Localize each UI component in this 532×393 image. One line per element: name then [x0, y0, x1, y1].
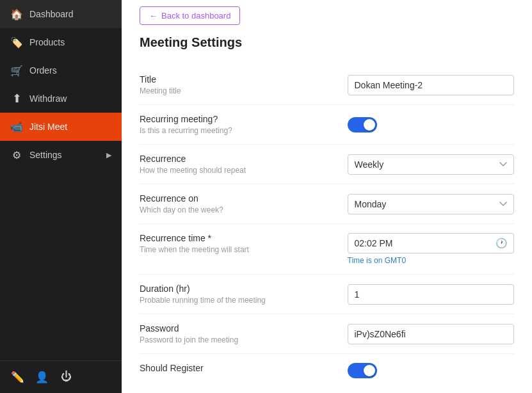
recurrence-on-input-col: Monday Tuesday Wednesday Thursday Friday… [327, 184, 515, 224]
orders-icon: 🛒 [10, 64, 23, 77]
dashboard-icon: 🏠 [10, 8, 23, 20]
recurring-toggle[interactable] [348, 117, 377, 132]
recurring-label: Recurring meeting? [140, 114, 327, 124]
sidebar-item-label: Dashboard [29, 9, 74, 19]
title-label-col: Title Meeting title [140, 65, 327, 105]
recurring-label-col: Recurring meeting? Is this a recurring m… [140, 105, 327, 145]
recurrence-input-col: Daily Weekly Monthly [327, 145, 515, 184]
sidebar-item-jitsimeet[interactable]: 📹 Jitsi Meet [0, 113, 122, 141]
clock-icon: 🕐 [496, 237, 508, 249]
recurrence-on-label: Recurrence on [140, 193, 327, 204]
recurrence-time-input-col: 🕐 Time is on GMT0 [327, 224, 515, 275]
recurrence-time-label: Recurrence time * [140, 233, 327, 243]
sidebar-item-orders[interactable]: 🛒 Orders [0, 56, 122, 84]
password-label: Password [140, 323, 327, 333]
back-button-label: Back to dashboard [161, 11, 230, 20]
recurrence-label: Recurrence [140, 154, 327, 164]
recurrence-time-sublabel: Time when the meeting will start [140, 245, 327, 254]
sidebar-item-label: Orders [29, 65, 57, 76]
password-sublabel: Password to join the meeting [140, 335, 327, 344]
recurrence-label-col: Recurrence How the meeting should repeat [140, 145, 327, 184]
withdraw-icon: ⬆ [10, 92, 23, 105]
sidebar-item-label: Jitsi Meet [29, 122, 67, 132]
duration-input[interactable] [348, 284, 515, 305]
settings-arrow-icon: ▶ [106, 151, 111, 159]
title-input-col [327, 65, 515, 105]
password-input[interactable] [348, 324, 515, 344]
toggle-thumb [364, 119, 375, 131]
products-icon: 🏷️ [10, 36, 23, 49]
sidebar-item-label: Products [29, 37, 65, 47]
sidebar-item-label: Settings [29, 150, 62, 160]
duration-label: Duration (hr) [140, 284, 327, 294]
toggle-thumb [364, 365, 375, 376]
time-note: Time is on GMT0 [348, 256, 515, 265]
recurrence-time-label-col: Recurrence time * Time when the meeting … [140, 224, 327, 275]
recurrence-on-sublabel: Which day on the week? [140, 205, 327, 214]
sidebar-item-dashboard[interactable]: 🏠 Dashboard [0, 0, 122, 28]
recurring-sublabel: Is this a recurring meeting? [140, 126, 327, 135]
password-label-col: Password Password to join the meeting [140, 314, 327, 354]
meeting-settings-form: Title Meeting title Recurring meeting? I… [140, 65, 514, 387]
settings-icon: ⚙ [10, 148, 23, 161]
recurrence-select[interactable]: Daily Weekly Monthly [348, 154, 515, 175]
duration-label-col: Duration (hr) Probable running time of t… [140, 275, 327, 314]
back-to-dashboard-button[interactable]: ← Back to dashboard [140, 6, 240, 25]
should-register-input-col [327, 354, 515, 387]
sidebar-item-withdraw[interactable]: ⬆ Withdraw [0, 84, 122, 113]
edit-icon[interactable]: ✏️ [10, 370, 24, 384]
should-register-label: Should Register [140, 363, 327, 373]
title-label: Title [140, 74, 327, 84]
title-sublabel: Meeting title [140, 86, 327, 95]
should-register-label-col: Should Register [140, 354, 327, 387]
title-input[interactable] [348, 75, 515, 95]
back-arrow-icon: ← [149, 11, 157, 20]
time-input-wrapper: 🕐 [348, 233, 515, 253]
should-register-toggle[interactable] [348, 363, 377, 378]
sidebar-item-settings[interactable]: ⚙ Settings ▶ [0, 141, 122, 169]
recurrence-time-input[interactable] [348, 233, 515, 253]
main-content: ← Back to dashboard Meeting Settings Tit… [122, 0, 532, 393]
sidebar-bottom: ✏️ 👤 ⏻ [0, 360, 122, 393]
jitsimeet-icon: 📹 [10, 120, 23, 133]
duration-sublabel: Probable running time of the meeting [140, 296, 327, 305]
recurrence-on-select[interactable]: Monday Tuesday Wednesday Thursday Friday… [348, 194, 515, 214]
sidebar-item-products[interactable]: 🏷️ Products [0, 28, 122, 56]
recurrence-sublabel: How the meeting should repeat [140, 166, 327, 175]
user-icon[interactable]: 👤 [35, 370, 49, 384]
password-input-col [327, 314, 515, 354]
power-icon[interactable]: ⏻ [59, 370, 73, 384]
page-title: Meeting Settings [140, 35, 514, 50]
sidebar-item-label: Withdraw [29, 93, 67, 104]
recurrence-on-label-col: Recurrence on Which day on the week? [140, 184, 327, 224]
sidebar: 🏠 Dashboard 🏷️ Products 🛒 Orders ⬆ Withd… [0, 0, 122, 393]
duration-input-col [327, 275, 515, 314]
recurring-input-col [327, 105, 515, 145]
